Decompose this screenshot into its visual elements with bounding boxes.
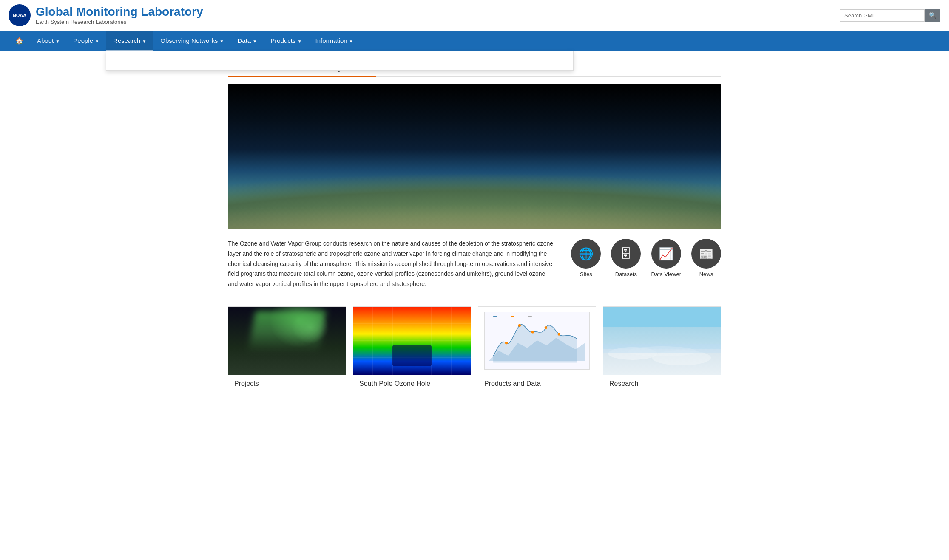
chart-svg [485, 312, 589, 369]
products-link[interactable]: Products ▼ [264, 31, 308, 50]
svg-rect-21 [603, 349, 721, 375]
svg-rect-25 [603, 344, 721, 353]
site-title-area: Global Monitoring Laboratory Earth Syste… [36, 6, 203, 25]
hero-image [228, 84, 721, 229]
research-svg [603, 307, 721, 375]
research-label: Research [113, 37, 140, 44]
dropdown-item-0[interactable]: Research Overview [106, 51, 176, 70]
sites-icon: 🌐 [571, 239, 601, 269]
svg-point-13 [531, 331, 534, 333]
dropdown-item-1[interactable]: Greenhouse Gases [176, 51, 244, 70]
dropdown-item-4[interactable]: Global Radiation and Aerosols [426, 51, 526, 70]
people-link[interactable]: People ▼ [66, 31, 106, 50]
sites-label: Sites [580, 271, 592, 277]
quick-links: 🌐 Sites 🗄 Datasets 📈 Data Viewer 📰 News [571, 239, 721, 277]
news-label: News [699, 271, 713, 277]
svg-point-20 [603, 334, 721, 360]
main-nav: 🏠 About ▼ People ▼ Research ▼ Research [0, 31, 949, 51]
products-arrow: ▼ [298, 39, 302, 44]
dataviewer-label: Data Viewer [651, 271, 681, 277]
data-arrow: ▼ [253, 39, 257, 44]
dropdown-item-5[interactable]: Publications [526, 51, 574, 70]
nav-products[interactable]: Products ▼ [264, 31, 308, 50]
information-label: Information [315, 37, 347, 44]
nav-data[interactable]: Data ▼ [230, 31, 264, 50]
mini-chart [484, 312, 590, 370]
card-image-research [603, 307, 721, 375]
page-content: Ozone and Water Vapor The Ozone and Wate… [219, 51, 730, 402]
card-image-projects [228, 307, 346, 375]
information-arrow: ▼ [349, 39, 353, 44]
dataviewer-icon: 📈 [651, 239, 681, 269]
greenhouse-gases-link[interactable]: Greenhouse Gases [176, 51, 244, 70]
svg-rect-9 [392, 345, 432, 366]
svg-point-14 [545, 326, 547, 329]
datasets-label: Datasets [615, 271, 637, 277]
radiation-aerosols-link[interactable]: Global Radiation and Aerosols [426, 51, 526, 70]
site-subtitle: Earth System Research Laboratories [36, 19, 203, 25]
search-input[interactable] [840, 9, 925, 22]
dropdown-item-3[interactable]: Ozone and Water Vapor [344, 51, 426, 70]
data-label: Data [237, 37, 251, 44]
site-header: NOAA Global Monitoring Laboratory Earth … [0, 0, 949, 31]
observing-label: Observing Networks [160, 37, 218, 44]
card-label-research: Research [603, 375, 721, 393]
card-projects[interactable]: Projects [228, 306, 346, 393]
quick-link-sites[interactable]: 🌐 Sites [571, 239, 601, 277]
home-link[interactable]: 🏠 [9, 31, 30, 51]
nav-people[interactable]: People ▼ [66, 31, 106, 50]
quick-link-datasets[interactable]: 🗄 Datasets [611, 239, 641, 277]
search-area: 🔍 [840, 9, 940, 22]
about-label: About [37, 37, 54, 44]
nav-home[interactable]: 🏠 [9, 31, 30, 51]
nav-about[interactable]: About ▼ [30, 31, 66, 50]
noaa-logo-text: NOAA [13, 13, 26, 18]
svg-point-23 [652, 350, 711, 365]
svg-rect-18 [528, 316, 531, 317]
card-products[interactable]: Products and Data [478, 306, 596, 393]
publications-link[interactable]: Publications [526, 51, 574, 70]
noaa-logo: NOAA [9, 4, 31, 26]
dropdown-item-2[interactable]: Halocarbons and Trace Gases [244, 51, 344, 70]
description-text: The Ozone and Water Vapor Group conducts… [228, 239, 554, 289]
about-link[interactable]: About ▼ [30, 31, 66, 50]
nav-research[interactable]: Research ▼ Research Overview Greenhouse … [106, 31, 153, 51]
card-southpole[interactable]: South Pole Ozone Hole [353, 306, 471, 393]
research-overview-link[interactable]: Research Overview [106, 51, 176, 70]
halocarbons-link[interactable]: Halocarbons and Trace Gases [244, 51, 344, 70]
description-section: The Ozone and Water Vapor Group conducts… [228, 239, 721, 289]
information-link[interactable]: Information ▼ [309, 31, 360, 50]
svg-point-22 [608, 347, 657, 360]
ozone-water-link[interactable]: Ozone and Water Vapor [344, 51, 426, 70]
card-label-southpole: South Pole Ozone Hole [353, 375, 471, 393]
hero-earth-visual [228, 84, 721, 229]
cards-section: Projects [228, 306, 721, 393]
about-arrow: ▼ [55, 39, 60, 44]
card-image-products [478, 307, 596, 375]
news-icon: 📰 [691, 239, 721, 269]
datasets-icon: 🗄 [611, 239, 641, 269]
research-dropdown-menu: Research Overview Greenhouse Gases Haloc… [106, 51, 574, 71]
home-icon: 🏠 [15, 37, 23, 44]
southpole-svg [353, 307, 471, 375]
card-image-southpole [353, 307, 471, 375]
svg-point-11 [505, 342, 508, 344]
title-underline [228, 76, 721, 77]
quick-link-dataviewer[interactable]: 📈 Data Viewer [651, 239, 681, 277]
svg-rect-16 [493, 316, 497, 317]
nav-observing[interactable]: Observing Networks ▼ [153, 31, 230, 50]
observing-arrow: ▼ [220, 39, 224, 44]
quick-links-icons: 🌐 Sites 🗄 Datasets 📈 Data Viewer 📰 News [571, 239, 721, 277]
card-research[interactable]: Research [603, 306, 721, 393]
products-label: Products [270, 37, 295, 44]
research-link[interactable]: Research ▼ [106, 31, 153, 51]
nav-information[interactable]: Information ▼ [309, 31, 360, 50]
svg-rect-19 [603, 307, 721, 349]
svg-point-15 [557, 333, 560, 335]
quick-link-news[interactable]: 📰 News [691, 239, 721, 277]
data-link[interactable]: Data ▼ [230, 31, 264, 50]
card-label-projects: Projects [228, 375, 346, 393]
observing-link[interactable]: Observing Networks ▼ [153, 31, 230, 50]
svg-point-24 [628, 346, 696, 356]
search-button[interactable]: 🔍 [925, 9, 940, 22]
